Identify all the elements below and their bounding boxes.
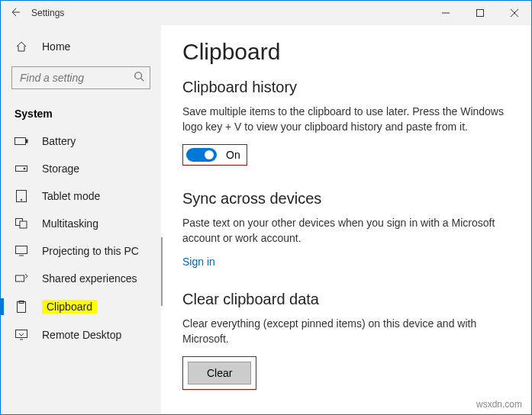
window-title: Settings (31, 8, 64, 18)
titlebar: Settings (1, 1, 531, 25)
svg-point-11 (21, 199, 22, 201)
back-icon[interactable] (8, 6, 21, 21)
shared-icon (15, 273, 28, 284)
sidebar-item-label: Shared experiences (42, 272, 137, 285)
svg-point-4 (135, 72, 142, 79)
remote-desktop-icon (15, 330, 28, 340)
clipboard-history-toggle[interactable] (186, 148, 217, 162)
maximize-button[interactable] (463, 1, 497, 25)
content-panel: Clipboard Clipboard history Save multipl… (161, 25, 531, 414)
clear-button[interactable]: Clear (188, 362, 251, 384)
clipboard-history-desc: Save multiple items to the clipboard to … (182, 104, 510, 135)
sidebar-section-header: System (1, 103, 161, 127)
sidebar-item-remote-desktop[interactable]: Remote Desktop (1, 321, 161, 349)
sidebar-item-label: Storage (42, 162, 79, 175)
sidebar-home-label: Home (42, 40, 70, 53)
projecting-icon (15, 246, 28, 256)
clear-desc: Clear everything (except pinned items) o… (182, 316, 510, 347)
sidebar-item-clipboard[interactable]: Clipboard (1, 292, 161, 321)
multitasking-icon (15, 218, 28, 229)
scroll-indicator (161, 237, 163, 306)
clear-heading: Clear clipboard data (182, 291, 510, 308)
battery-icon (15, 137, 28, 146)
svg-line-5 (141, 79, 144, 82)
sidebar-item-label: Clipboard (42, 300, 97, 314)
sidebar-home[interactable]: Home (1, 33, 161, 60)
svg-rect-6 (15, 138, 26, 145)
svg-rect-7 (26, 140, 27, 143)
sidebar-item-label: Projecting to this PC (42, 245, 139, 257)
toggle-knob (205, 150, 214, 159)
watermark: wsxdn.com (476, 399, 522, 410)
sidebar-item-tablet-mode[interactable]: Tablet mode (1, 182, 161, 210)
sidebar-item-storage[interactable]: Storage (1, 155, 161, 182)
svg-rect-18 (16, 330, 27, 338)
home-icon (15, 40, 28, 53)
sign-in-link[interactable]: Sign in (182, 256, 215, 268)
sidebar-item-label: Tablet mode (42, 190, 100, 202)
clipboard-icon (15, 301, 28, 313)
toggle-state-label: On (226, 149, 240, 161)
search-icon (134, 71, 144, 85)
page-title: Clipboard (182, 39, 510, 65)
svg-rect-14 (16, 246, 27, 254)
svg-point-9 (24, 168, 25, 169)
svg-rect-1 (476, 10, 483, 17)
minimize-button[interactable] (428, 1, 463, 25)
sidebar-item-label: Multitasking (42, 217, 98, 230)
svg-rect-15 (16, 275, 24, 281)
sidebar-item-shared-experiences[interactable]: Shared experiences (1, 265, 161, 292)
sidebar-item-label: Battery (42, 135, 76, 147)
sidebar-item-battery[interactable]: Battery (1, 127, 161, 155)
sidebar-item-multitasking[interactable]: Multitasking (1, 210, 161, 237)
sidebar-item-projecting[interactable]: Projecting to this PC (1, 237, 161, 265)
storage-icon (15, 164, 28, 173)
sync-heading: Sync across devices (182, 190, 510, 208)
sidebar-item-label: Remote Desktop (42, 329, 121, 341)
sidebar: Home System Battery Storage Tablet mode (1, 25, 161, 414)
clipboard-history-heading: Clipboard history (182, 79, 510, 96)
svg-rect-13 (20, 221, 27, 228)
sync-desc: Paste text on your other devices when yo… (182, 215, 510, 246)
search-input[interactable] (11, 66, 150, 89)
tablet-icon (15, 190, 28, 202)
close-button[interactable] (497, 1, 531, 25)
